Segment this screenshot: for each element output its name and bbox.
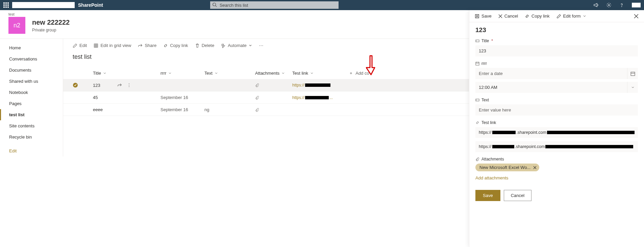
grid-icon [94, 43, 98, 48]
svg-rect-4 [94, 44, 98, 47]
more-icon[interactable] [127, 83, 131, 88]
sidebar-item-notebook[interactable]: Notebook [0, 87, 63, 98]
save-icon [475, 14, 479, 19]
svg-point-15 [129, 87, 129, 87]
toolbar-edit[interactable]: Edit [73, 43, 87, 48]
cell-rrrr: September 16 [160, 107, 204, 112]
edit-item-panel: Save Cancel Copy link Edit form 123 Titl… [469, 10, 644, 156]
svg-point-2 [608, 4, 610, 6]
time-dropdown[interactable] [627, 82, 638, 93]
attachment-icon [255, 107, 292, 112]
panel-editform[interactable]: Edit form [556, 14, 586, 19]
pencil-icon [556, 14, 561, 19]
sidebar-item-home[interactable]: Home [0, 42, 63, 53]
site-name[interactable]: new 222222 [32, 19, 70, 26]
field-label-text: Text [475, 98, 638, 102]
cell-testlink[interactable]: https:// [292, 83, 350, 88]
toolbar-share[interactable]: Share [138, 43, 156, 48]
svg-point-0 [213, 3, 216, 6]
sidebar-item-shared[interactable]: Shared with us [0, 76, 63, 87]
cell-title: 123 [93, 83, 100, 88]
toolbar-copylink[interactable]: Copy link [163, 43, 188, 48]
pencil-icon [73, 43, 77, 48]
cell-title: eeee [93, 107, 160, 112]
sidebar-item-documents[interactable]: Documents [0, 65, 63, 76]
col-text[interactable]: Text [204, 71, 255, 76]
sidebar-item-testlist[interactable]: test list [0, 109, 63, 120]
site-tile[interactable]: n2 [8, 17, 25, 34]
left-nav: Home Conversations Documents Shared with… [0, 39, 63, 156]
toolbar-grid[interactable]: Edit in grid view [94, 43, 131, 48]
gear-icon[interactable] [606, 2, 612, 8]
text-input[interactable] [475, 104, 638, 116]
col-title[interactable]: Title [93, 71, 160, 76]
panel-close[interactable] [634, 14, 639, 19]
chevron-down-icon [103, 72, 106, 75]
svg-point-14 [129, 85, 129, 85]
sidebar-item-sitecontents[interactable]: Site contents [0, 120, 63, 131]
col-rrrr[interactable]: rrrr [160, 71, 204, 76]
row-checkmark-icon[interactable] [73, 82, 78, 88]
toolbar-delete[interactable]: Delete [195, 43, 215, 48]
sidebar-item-conversations[interactable]: Conversations [0, 53, 63, 65]
tenant-logo-redacted [12, 2, 75, 8]
site-subtitle: Private group [32, 28, 70, 32]
svg-point-9 [259, 45, 260, 46]
share-icon[interactable] [117, 83, 122, 88]
suite-header: SharePoint [0, 0, 644, 10]
field-label-testlink: Test link [475, 120, 638, 125]
chevron-down-icon [281, 72, 285, 75]
search-box[interactable] [210, 1, 339, 9]
megaphone-icon[interactable] [593, 2, 599, 8]
time-input[interactable] [475, 82, 627, 93]
sidebar-item-recycle[interactable]: Recycle bin [0, 131, 63, 143]
title-input[interactable] [475, 45, 638, 56]
svg-rect-19 [476, 62, 479, 65]
user-avatar-redacted[interactable] [632, 3, 641, 7]
waffle-icon[interactable] [3, 2, 9, 8]
panel-cancel[interactable]: Cancel [498, 14, 518, 19]
sidebar-item-pages[interactable]: Pages [0, 98, 63, 109]
col-add[interactable]: + Add co [350, 71, 400, 76]
panel-save[interactable]: Save [475, 14, 492, 19]
chevron-down-icon [215, 72, 218, 75]
link-icon [475, 121, 479, 125]
text-field-icon [475, 98, 479, 102]
svg-rect-16 [475, 14, 479, 18]
close-icon [498, 14, 502, 18]
sidebar-edit-link[interactable]: Edit [0, 145, 63, 156]
toolbar-more[interactable] [259, 43, 264, 48]
chevron-down-icon [631, 86, 635, 89]
svg-rect-23 [631, 72, 635, 76]
svg-line-1 [216, 6, 217, 7]
chevron-down-icon [168, 72, 172, 75]
col-testlink[interactable]: Test link [292, 71, 350, 76]
calendar-button[interactable] [627, 68, 638, 79]
attachment-icon [255, 95, 292, 100]
help-icon[interactable] [619, 2, 624, 8]
calendar-icon [475, 61, 479, 66]
link-url-input[interactable]: https://.sharepoint.com [475, 127, 638, 138]
text-field-icon [475, 39, 479, 43]
chevron-down-icon [249, 44, 252, 47]
date-input[interactable] [475, 68, 627, 79]
panel-copylink[interactable]: Copy link [525, 14, 549, 19]
field-label-rrrr: rrrr [475, 61, 638, 66]
col-attach[interactable]: Attachments [255, 71, 292, 76]
cell-rrrr: September 16 [160, 95, 204, 100]
share-icon [138, 43, 143, 48]
search-input[interactable] [210, 1, 339, 9]
svg-point-3 [622, 6, 622, 7]
toolbar-automate[interactable]: Automate [221, 43, 252, 48]
header-actions [593, 2, 641, 8]
cell-text: ng [204, 107, 255, 112]
svg-point-13 [129, 83, 129, 84]
svg-point-10 [261, 45, 262, 46]
link-display-input[interactable]: https://.sharepoint.com [475, 141, 638, 152]
cell-testlink[interactable]: https://... [292, 95, 350, 100]
svg-point-11 [262, 45, 263, 46]
panel-command-bar: Save Cancel Copy link Edit form [469, 10, 644, 22]
field-label-title: Title* [475, 39, 638, 43]
search-icon [212, 2, 217, 7]
trash-icon [195, 43, 200, 48]
